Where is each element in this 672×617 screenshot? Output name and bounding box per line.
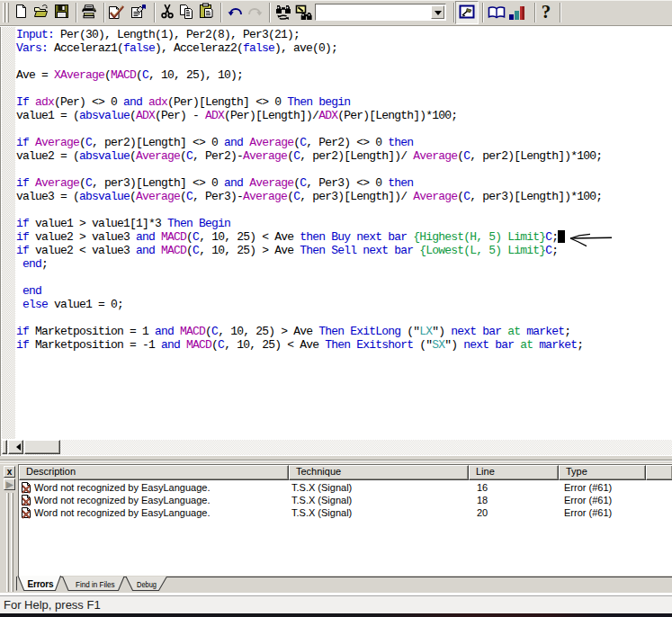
svg-text:?: ?: [542, 4, 551, 21]
svg-text:Errors: Errors: [28, 579, 54, 589]
svg-text:Find in Files: Find in Files: [76, 579, 115, 589]
svg-text:Debug: Debug: [137, 579, 157, 589]
